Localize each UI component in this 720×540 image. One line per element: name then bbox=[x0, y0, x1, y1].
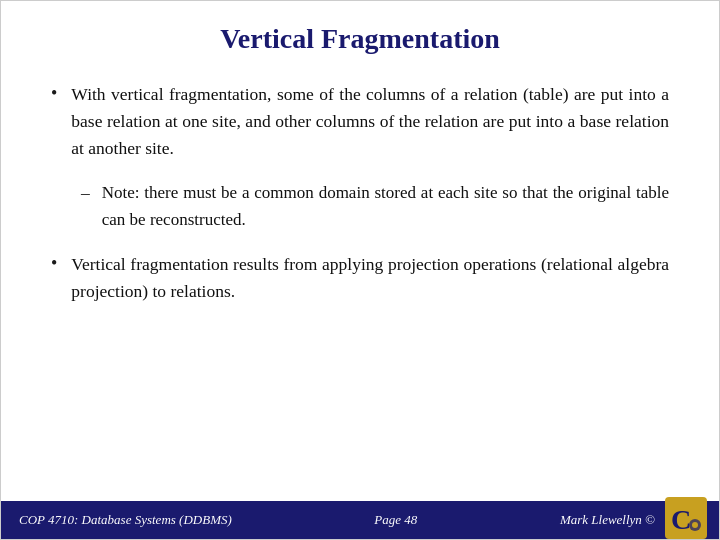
svg-point-3 bbox=[692, 522, 698, 528]
slide-content: • With vertical fragmentation, some of t… bbox=[1, 71, 719, 501]
list-item: • With vertical fragmentation, some of t… bbox=[51, 81, 669, 162]
bullet-icon: • bbox=[51, 83, 57, 104]
dash-icon: – bbox=[81, 182, 90, 203]
bullet-text: With vertical fragmentation, some of the… bbox=[71, 81, 669, 162]
bullet-icon: • bbox=[51, 253, 57, 274]
slide: Vertical Fragmentation • With vertical f… bbox=[0, 0, 720, 540]
list-item: • Vertical fragmentation results from ap… bbox=[51, 251, 669, 305]
footer-center: Page 48 bbox=[374, 512, 417, 528]
slide-title: Vertical Fragmentation bbox=[1, 1, 719, 71]
svg-text:C: C bbox=[671, 504, 691, 535]
bullet-text: Vertical fragmentation results from appl… bbox=[71, 251, 669, 305]
list-item: – Note: there must be a common domain st… bbox=[81, 180, 669, 233]
slide-footer: COP 4710: Database Systems (DDBMS) Page … bbox=[1, 501, 719, 539]
footer-right: Mark Llewellyn © bbox=[560, 512, 655, 528]
footer-left: COP 4710: Database Systems (DDBMS) bbox=[19, 512, 232, 528]
footer-logo: C bbox=[665, 497, 707, 539]
sub-text: Note: there must be a common domain stor… bbox=[102, 180, 669, 233]
